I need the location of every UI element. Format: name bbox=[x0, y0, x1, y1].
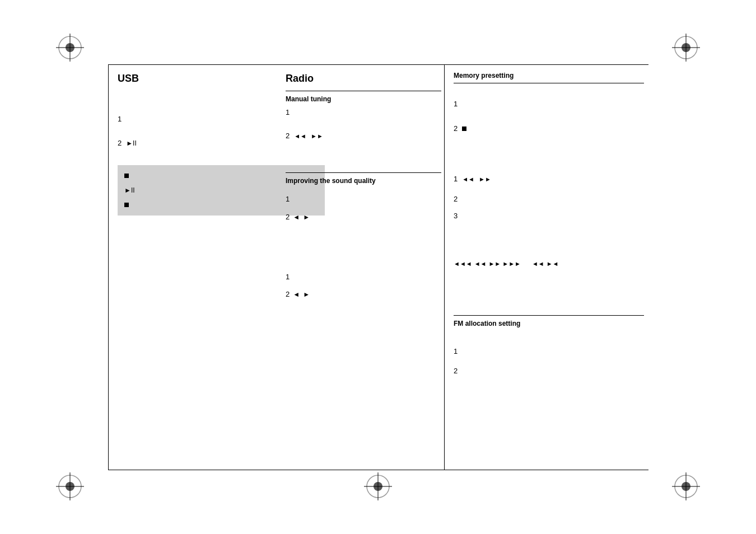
memory-step4-num: 2 bbox=[454, 195, 458, 203]
sound-step1: 1 bbox=[286, 195, 290, 203]
radio-manual-step1-num: 1 bbox=[286, 108, 290, 116]
memory-step1: 1 bbox=[454, 100, 458, 108]
usb-step1: 1 bbox=[118, 115, 124, 123]
reg-mark-tl bbox=[56, 34, 84, 62]
fm-step1-num: 1 bbox=[454, 347, 458, 355]
note-ffd1: ►► ►►► bbox=[488, 260, 521, 267]
reg-mark-tr bbox=[672, 34, 700, 62]
rew-icon-memory: ◄◄ bbox=[462, 176, 474, 182]
sound-step1-num: 1 bbox=[286, 195, 290, 203]
sound-step2: 2 ◄ ► bbox=[286, 213, 310, 221]
note-rew1: ◄◄◄ bbox=[454, 260, 472, 267]
ffd-icon-radio: ►► bbox=[311, 133, 323, 139]
memory-step2: 2 bbox=[454, 124, 466, 133]
right-col-divider bbox=[444, 64, 445, 470]
sound-quality-label: Improving the sound quality bbox=[286, 177, 376, 185]
memory-step3-num: 1 bbox=[454, 175, 458, 183]
highlight-row2: ►II bbox=[124, 186, 318, 194]
fm-divider bbox=[454, 315, 644, 316]
sound-step4-num: 2 bbox=[286, 290, 290, 298]
stop-icon-2 bbox=[124, 203, 129, 207]
usb-step2: 2 ►II bbox=[118, 139, 137, 147]
right-arrow-sound2: ► bbox=[303, 291, 310, 298]
sound-step3: 1 bbox=[286, 273, 290, 281]
memory-divider bbox=[454, 83, 644, 83]
fm-step2-num: 2 bbox=[454, 367, 458, 375]
note-next: ►◄ bbox=[547, 260, 559, 267]
stop-icon-1 bbox=[124, 174, 129, 178]
reg-mark-bc bbox=[364, 472, 392, 500]
memory-step5: 3 bbox=[454, 212, 458, 220]
memory-step5-num: 3 bbox=[454, 212, 458, 220]
reg-mark-br bbox=[672, 472, 700, 500]
bottom-border-line bbox=[108, 470, 648, 470]
rew-icon-radio: ◄◄ bbox=[294, 133, 306, 139]
sound-step4: 2 ◄ ► bbox=[286, 290, 310, 298]
play-pause-icon: ►II bbox=[124, 186, 135, 194]
manual-tuning-label: Manual tuning bbox=[286, 95, 331, 103]
usb-step2-num: 2 bbox=[118, 139, 122, 147]
ffd-icon-memory: ►► bbox=[479, 176, 491, 182]
memory-title: Memory presetting bbox=[454, 72, 514, 79]
radio-divider2 bbox=[286, 172, 441, 173]
memory-step2-num: 2 bbox=[454, 124, 458, 133]
radio-manual-step2: 2 ◄◄ ►► bbox=[286, 132, 323, 140]
radio-manual-step1: 1 bbox=[286, 108, 290, 116]
left-col-divider bbox=[108, 64, 109, 470]
radio-divider1 bbox=[286, 91, 441, 91]
radio-manual-step2-num: 2 bbox=[286, 132, 290, 140]
sound-step3-num: 1 bbox=[286, 273, 290, 281]
left-arrow-sound1: ◄ bbox=[293, 213, 300, 221]
top-border-line bbox=[108, 64, 648, 65]
sound-step2-num: 2 bbox=[286, 213, 290, 221]
memory-note: ◄◄◄ ◄◄ ►► ►►► ◄◄ ►◄ bbox=[454, 260, 644, 267]
memory-step3: 1 ◄◄ ►► bbox=[454, 175, 491, 183]
page: USB 1 2 ►II ►II Radio Manual tuning 1 2 … bbox=[0, 0, 756, 534]
radio-title: Radio bbox=[286, 73, 314, 85]
memory-step4: 2 bbox=[454, 195, 458, 203]
fm-title: FM allocation setting bbox=[454, 320, 520, 327]
usb-step2-symbol: ►II bbox=[126, 139, 137, 147]
note-rew2: ◄◄ bbox=[474, 260, 487, 267]
fm-step2: 2 bbox=[454, 367, 458, 375]
usb-title: USB bbox=[118, 73, 139, 85]
fm-step1: 1 bbox=[454, 347, 458, 355]
stop-icon-memory bbox=[462, 127, 466, 131]
reg-mark-bl bbox=[56, 472, 84, 500]
left-arrow-sound2: ◄ bbox=[293, 291, 300, 298]
usb-step1-num: 1 bbox=[118, 115, 122, 123]
memory-step1-num: 1 bbox=[454, 100, 458, 108]
note-prev: ◄◄ bbox=[532, 260, 544, 267]
right-arrow-sound1: ► bbox=[303, 213, 310, 221]
